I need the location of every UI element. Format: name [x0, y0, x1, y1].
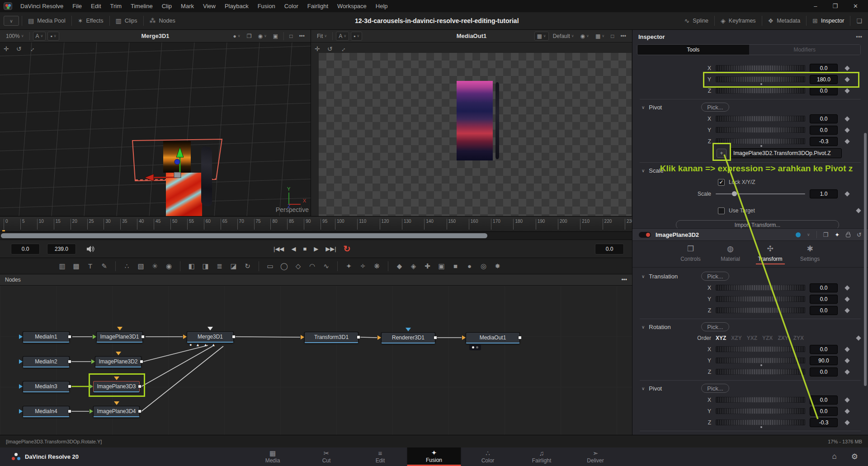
menu-view[interactable]: View	[198, 0, 220, 12]
node-output-icon[interactable]	[140, 360, 143, 363]
keyframe-diamond-icon[interactable]	[844, 191, 849, 196]
rotate-tool-icon[interactable]: ↺	[16, 45, 22, 52]
node-input-icon[interactable]	[301, 335, 304, 339]
menu-clip[interactable]: Clip	[157, 0, 176, 12]
node-graph[interactable]: MediaIn1MediaIn2MediaIn3MediaIn4ImagePla…	[0, 286, 632, 435]
goto-start-button[interactable]: |◀◀	[274, 245, 284, 252]
grid-select[interactable]: ▦∨	[593, 32, 607, 40]
current-time-field[interactable]: 0.0	[595, 244, 624, 254]
step-back-button[interactable]: ◀	[291, 245, 296, 252]
media-pool-button[interactable]: ▤ Media Pool	[22, 15, 71, 27]
node-output-icon[interactable]	[518, 336, 522, 339]
node-mediain4[interactable]: MediaIn4	[23, 406, 70, 417]
color-curves-tool-icon[interactable]: ▧	[134, 262, 148, 270]
value-slider[interactable]	[716, 419, 805, 425]
particle-emitter-tool-icon[interactable]: ✦	[342, 262, 356, 270]
node-input-icon[interactable]	[19, 409, 23, 414]
chevron-down-icon[interactable]: ∨	[807, 232, 810, 237]
lock-xyz-checkbox[interactable]: ✓	[718, 179, 725, 186]
playhead-marker[interactable]	[2, 230, 5, 231]
node-output-icon[interactable]	[68, 360, 71, 363]
node-tab-material[interactable]: ◍Material	[714, 244, 747, 267]
fastnoise-tool-icon[interactable]: ▩	[69, 262, 83, 270]
value-field[interactable]: 0.0	[810, 114, 838, 123]
node-input-icon[interactable]	[462, 335, 466, 340]
multiview-button[interactable]: ❐	[245, 32, 254, 40]
paint-tool-icon[interactable]: ✎	[97, 262, 111, 270]
node-input-icon[interactable]	[91, 359, 95, 364]
keyframe-diamond-icon[interactable]	[844, 369, 849, 374]
card-flip-tool-icon[interactable]: ◨	[198, 262, 212, 270]
value-slider[interactable]	[716, 285, 805, 291]
frame-format-button[interactable]: □	[609, 32, 616, 40]
rotation-order-yxz[interactable]: YXZ	[747, 335, 757, 341]
menu-edit[interactable]: Edit	[86, 0, 105, 12]
node-output-icon[interactable]	[434, 336, 437, 339]
value-field[interactable]: 0.0	[810, 367, 838, 377]
node-input-icon[interactable]	[90, 409, 93, 414]
keyframe-diamond-icon[interactable]	[856, 335, 861, 340]
page-tab-fairlight[interactable]: ♫Fairlight	[515, 447, 569, 466]
transform-tool-icon[interactable]: ↻	[241, 262, 255, 270]
menu-davinci-resolve[interactable]: DaVinci Resolve	[16, 0, 68, 12]
stop-button[interactable]: ■	[303, 245, 307, 252]
node-tab-settings[interactable]: ✱Settings	[793, 244, 827, 267]
rotation-order-xzy[interactable]: XZY	[731, 335, 741, 341]
node-input-icon[interactable]	[183, 334, 187, 339]
nodes-button[interactable]: ⁂ Nodes	[144, 15, 181, 27]
image-plane3d-tool-icon[interactable]: ▣	[434, 262, 448, 270]
shape3d-tool-icon[interactable]: ◈	[406, 262, 420, 270]
node-mediain1[interactable]: MediaIn1	[23, 331, 70, 343]
pivot2-pick-button[interactable]: Pick...	[701, 384, 729, 393]
menu-timeline[interactable]: Timeline	[126, 0, 157, 12]
timeline-scrollbar-thumb[interactable]	[1, 233, 487, 238]
node-input-icon[interactable]	[90, 384, 93, 389]
metadata-button[interactable]: ❖ Metadata	[762, 15, 807, 27]
spline-button[interactable]: ∿ Spline	[679, 15, 714, 27]
node-mediain3[interactable]: MediaIn3	[23, 381, 70, 392]
fit-select[interactable]: Fit∨	[315, 32, 329, 40]
cube3d-tool-icon[interactable]: ■	[448, 262, 462, 270]
menu-mark[interactable]: Mark	[176, 0, 198, 12]
value-field[interactable]: 0.0	[810, 283, 838, 292]
keyframe-diamond-icon[interactable]	[844, 66, 849, 71]
value-slider[interactable]	[716, 307, 805, 313]
translation-section-header[interactable]: ∨ Translation Pick...	[632, 270, 868, 282]
viewer-assign-dots[interactable]	[469, 344, 481, 350]
node-imageplane3d2[interactable]: ImagePlane3D2	[95, 356, 142, 367]
menu-playback[interactable]: Playback	[220, 0, 253, 12]
home-icon[interactable]: ⌂	[832, 452, 836, 461]
value-slider[interactable]	[716, 127, 805, 133]
page-tab-media[interactable]: ▦Media	[246, 447, 300, 466]
color-view-select[interactable]: ●∨	[231, 32, 243, 40]
keyframes-button[interactable]: ◈ Keyframes	[715, 15, 762, 27]
transform-gizmo[interactable]	[0, 42, 311, 216]
rotation-order-zyx[interactable]: ZYX	[793, 335, 804, 341]
panel-toggle-dropdown[interactable]: ∨	[4, 16, 19, 26]
value-slider[interactable]	[716, 346, 805, 352]
bspline-mask-tool-icon[interactable]: ◠	[305, 262, 319, 270]
play-button[interactable]: ▶	[314, 245, 318, 252]
menu-trim[interactable]: Trim	[106, 0, 127, 12]
frame-format-button[interactable]: □	[287, 32, 295, 40]
audio-mute-icon[interactable]	[86, 245, 95, 253]
keyframe-diamond-icon[interactable]	[844, 139, 849, 144]
node-mediaout1[interactable]: MediaOut1	[466, 332, 520, 344]
inspector-scrollbar[interactable]	[864, 133, 867, 386]
node-mediain2[interactable]: MediaIn2	[23, 356, 70, 367]
value-slider[interactable]	[716, 65, 805, 71]
value-slider[interactable]	[716, 88, 805, 94]
pivot-section-header[interactable]: ∨ Pivot Pick...	[632, 101, 868, 113]
merge3d-tool-icon[interactable]: ◆	[392, 262, 406, 270]
rotation-order-xyz[interactable]: XYZ	[716, 335, 726, 341]
maximize-button[interactable]: ❐	[832, 3, 838, 9]
viewport-options-button[interactable]: •••	[618, 32, 628, 40]
node-output-icon[interactable]	[68, 385, 71, 388]
rotation-order-yzx[interactable]: YZX	[762, 335, 773, 341]
matte-control-tool-icon[interactable]: ◪	[226, 262, 241, 270]
view-layout-select[interactable]: ▪∨	[47, 32, 59, 41]
menu-fairlight[interactable]: Fairlight	[303, 0, 333, 12]
node-output-icon[interactable]	[138, 410, 142, 413]
pivot-pick-button[interactable]: Pick...	[701, 103, 729, 112]
split-wipe-select[interactable]: ▦∨	[534, 32, 549, 41]
